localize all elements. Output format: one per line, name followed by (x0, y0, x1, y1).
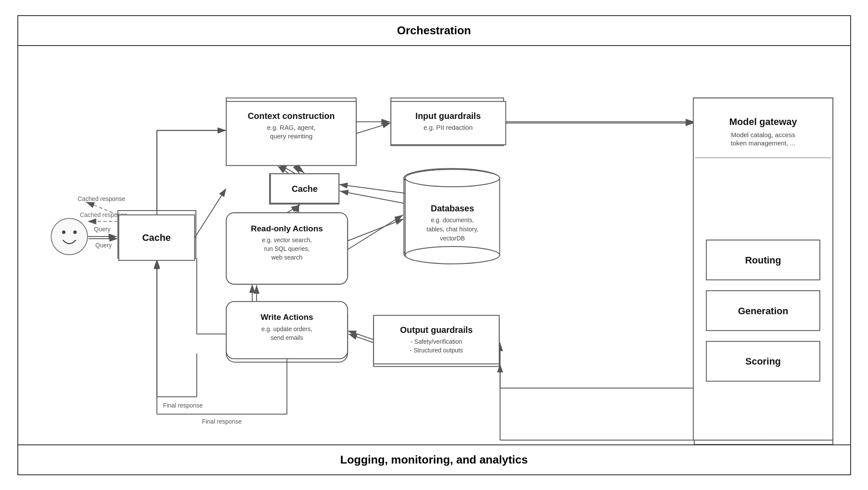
databases-sub3: vectorDB (439, 235, 464, 242)
bottom-banner: Logging, monitoring, and analytics (18, 444, 850, 474)
scoring-label: Scoring (746, 359, 781, 370)
context-construction-sub2: query rewriting (270, 132, 312, 139)
arrow-cached-response (86, 202, 118, 215)
arrow-cache-ctx (278, 164, 295, 174)
svg-point-5 (73, 231, 76, 235)
readonly-actions-label: Read-only Actions (251, 223, 323, 232)
cache-upper-label: Cache (291, 184, 317, 194)
databases-sub2: tables, chat history, (426, 227, 477, 233)
write-actions-sub1: e.g. update orders, (261, 327, 312, 334)
readonly-actions-sub1: e.g. vector search, (262, 235, 312, 242)
arrow-readonly-db (347, 215, 403, 250)
readonly-actions-sub2: run SQL queries, (264, 243, 310, 250)
outer-frame: Orchestration (17, 15, 851, 475)
context-construction-sub1: e.g. RAG, agent, (267, 123, 315, 131)
databases-box-body (404, 178, 499, 254)
generation-label: Generation (738, 307, 789, 318)
query-label: Query (94, 226, 110, 233)
context-construction-label: Context construction (248, 111, 335, 120)
output-guardrails-label: Output guardrails (400, 326, 472, 335)
databases-ellipse-bottom (404, 244, 499, 263)
svg-point-4 (62, 231, 66, 235)
final-response-label: Final response (163, 402, 203, 409)
input-guardrails-label: Input guardrails (414, 109, 480, 118)
write-actions-sub2: send emails (271, 336, 303, 343)
write-actions-label: Write Actions (261, 315, 313, 324)
orchestration-label: Orchestration (397, 24, 471, 37)
readonly-actions-sub3: web search (271, 252, 302, 259)
databases-label: Databases (430, 205, 473, 214)
output-guardrails-sub1: - Safety/verification (410, 338, 462, 345)
model-gateway-sub1: Model catalog, access (731, 132, 795, 139)
arrow-ctx-cache (291, 163, 304, 173)
arrow-output-write (348, 334, 373, 342)
arrow-db-cache (340, 191, 408, 204)
model-gateway-label: Model gateway (729, 117, 798, 128)
top-banner: Orchestration (18, 16, 850, 46)
cache-lower-label: Cache (142, 229, 171, 240)
databases-ellipse-top (404, 168, 499, 187)
arrow-readonly-cache (287, 205, 300, 213)
cached-response-label: Cached response (77, 195, 125, 202)
diagram-svg: Cache Query Cached response Context cons… (18, 46, 850, 444)
logging-label: Logging, monitoring, and analytics (340, 453, 528, 466)
routing-label: Routing (745, 255, 781, 266)
input-guardrails-sub: e.g. PII redaction (422, 121, 472, 128)
model-gateway-sub2: token management, ... (731, 140, 796, 148)
main-content: Cache Query Cached response Context cons… (18, 46, 850, 444)
output-guardrails-sub2: - Structured outputs (409, 347, 463, 354)
databases-sub1: e.g. documents, (430, 218, 473, 225)
svg-point-3 (54, 222, 84, 251)
